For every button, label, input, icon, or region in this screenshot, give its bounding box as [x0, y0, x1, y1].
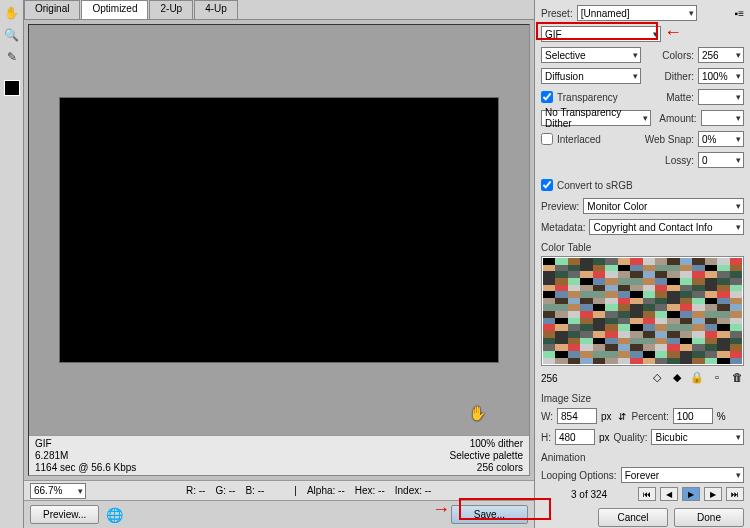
websnap-label: Web Snap:: [645, 134, 694, 145]
eyedropper-tool-icon[interactable]: ✎: [3, 48, 21, 66]
h-unit: px: [599, 432, 610, 443]
zoom-tool-icon[interactable]: 🔍: [3, 26, 21, 44]
dither-method-select[interactable]: Diffusion: [541, 68, 641, 84]
percent-label: Percent:: [632, 411, 669, 422]
looping-label: Looping Options:: [541, 470, 617, 481]
status-hex: Hex: --: [355, 485, 385, 496]
format-select[interactable]: GIF: [541, 26, 661, 42]
info-time: 1164 sec @ 56.6 Kbps: [35, 462, 136, 473]
info-size: 6.281M: [35, 450, 136, 461]
status-b: B: --: [245, 485, 264, 496]
play-button[interactable]: ▶: [682, 487, 700, 501]
animation-label: Animation: [541, 452, 744, 463]
height-field[interactable]: [555, 429, 595, 445]
first-frame-button[interactable]: ⏮: [638, 487, 656, 501]
status-r: R: --: [186, 485, 205, 496]
done-button[interactable]: Done: [674, 508, 744, 527]
width-field[interactable]: [557, 408, 597, 424]
info-format: GIF: [35, 438, 136, 449]
status-bar: 66.7% R: -- G: -- B: -- | Alpha: -- Hex:…: [24, 480, 534, 500]
convert-srgb-label: Convert to sRGB: [557, 180, 633, 191]
browser-icon[interactable]: 🌐: [105, 506, 123, 524]
h-label: H:: [541, 432, 551, 443]
percent-unit: %: [717, 411, 726, 422]
hand-tool-icon[interactable]: ✋: [3, 4, 21, 22]
shift-color-icon[interactable]: ◆: [670, 371, 684, 385]
transparency-checkbox[interactable]: [541, 91, 553, 103]
cancel-button[interactable]: Cancel: [598, 508, 668, 527]
dither-label: Dither:: [665, 71, 694, 82]
preview-info-bar: GIF 6.281M 1164 sec @ 56.6 Kbps 100% dit…: [29, 435, 529, 475]
panel-menu-icon[interactable]: ▪≡: [735, 8, 744, 19]
interlaced-checkbox[interactable]: [541, 133, 553, 145]
no-trans-dither-select[interactable]: No Transparency Dither: [541, 110, 651, 126]
percent-field[interactable]: [673, 408, 713, 424]
status-g: G: --: [215, 485, 235, 496]
bottom-buttons: Preview... 🌐 Save...: [24, 500, 534, 528]
preview-canvas[interactable]: ✋: [29, 25, 529, 435]
tab-optimized[interactable]: Optimized: [81, 0, 148, 19]
new-color-icon[interactable]: ▫: [710, 371, 724, 385]
preview-mode-label: Preview:: [541, 201, 579, 212]
color-count: 256: [541, 373, 558, 384]
convert-srgb-checkbox[interactable]: [541, 179, 553, 191]
info-dither: 100% dither: [450, 438, 523, 449]
color-table-label: Color Table: [541, 242, 744, 253]
colors-select[interactable]: 256: [698, 47, 744, 63]
settings-panel: Preset: [Unnamed] ▪≡ GIF Selective Color…: [534, 0, 750, 528]
dither-select[interactable]: 100%: [698, 68, 744, 84]
lock-color-icon[interactable]: 🔒: [690, 371, 704, 385]
tab-original[interactable]: Original: [24, 0, 80, 19]
preview-mode-select[interactable]: Monitor Color: [583, 198, 744, 214]
status-alpha: Alpha: --: [307, 485, 345, 496]
quality-label: Quality:: [614, 432, 648, 443]
prev-frame-button[interactable]: ◀: [660, 487, 678, 501]
metadata-label: Metadata:: [541, 222, 585, 233]
looping-select[interactable]: Forever: [621, 467, 744, 483]
image-preview: [59, 97, 499, 364]
preview-tabs: Original Optimized 2-Up 4-Up: [24, 0, 534, 20]
lossy-select[interactable]: 0: [698, 152, 744, 168]
info-palette: Selective palette: [450, 450, 523, 461]
quality-select[interactable]: Bicubic: [651, 429, 744, 445]
transparency-label: Transparency: [557, 92, 618, 103]
preview-area: ✋ GIF 6.281M 1164 sec @ 56.6 Kbps 100% d…: [28, 24, 530, 476]
matte-label: Matte:: [666, 92, 694, 103]
tab-4up[interactable]: 4-Up: [194, 0, 238, 19]
w-label: W:: [541, 411, 553, 422]
preset-select[interactable]: [Unnamed]: [577, 5, 697, 21]
hand-cursor-icon: ✋: [469, 405, 486, 421]
image-size-label: Image Size: [541, 393, 744, 404]
zoom-select[interactable]: 66.7%: [30, 483, 86, 499]
matte-select[interactable]: [698, 89, 744, 105]
info-colors: 256 colors: [450, 462, 523, 473]
link-icon[interactable]: ⇵: [618, 411, 626, 422]
lossy-label: Lossy:: [665, 155, 694, 166]
foreground-color-swatch[interactable]: [4, 80, 20, 96]
websnap-select[interactable]: 0%: [698, 131, 744, 147]
amount-select: [701, 110, 744, 126]
status-index: Index: --: [395, 485, 432, 496]
save-button[interactable]: Save...: [451, 505, 528, 524]
amount-label: Amount:: [659, 113, 696, 124]
color-table[interactable]: [541, 256, 744, 366]
w-unit: px: [601, 411, 612, 422]
tab-2up[interactable]: 2-Up: [149, 0, 193, 19]
next-frame-button[interactable]: ▶: [704, 487, 722, 501]
color-reduction-select[interactable]: Selective: [541, 47, 641, 63]
color-table-controls: 256 ◇ ◆ 🔒 ▫ 🗑: [541, 369, 744, 387]
last-frame-button[interactable]: ⏭: [726, 487, 744, 501]
metadata-select[interactable]: Copyright and Contact Info: [589, 219, 744, 235]
trash-icon[interactable]: 🗑: [730, 371, 744, 385]
interlaced-label: Interlaced: [557, 134, 601, 145]
preview-button[interactable]: Preview...: [30, 505, 99, 524]
preset-label: Preset:: [541, 8, 573, 19]
map-to-transparent-icon[interactable]: ◇: [650, 371, 664, 385]
frame-counter: 3 of 324: [571, 489, 607, 500]
left-toolbar: ✋ 🔍 ✎: [0, 0, 24, 528]
center-panel: Original Optimized 2-Up 4-Up ✋ GIF 6.281…: [24, 0, 534, 528]
colors-label: Colors:: [662, 50, 694, 61]
